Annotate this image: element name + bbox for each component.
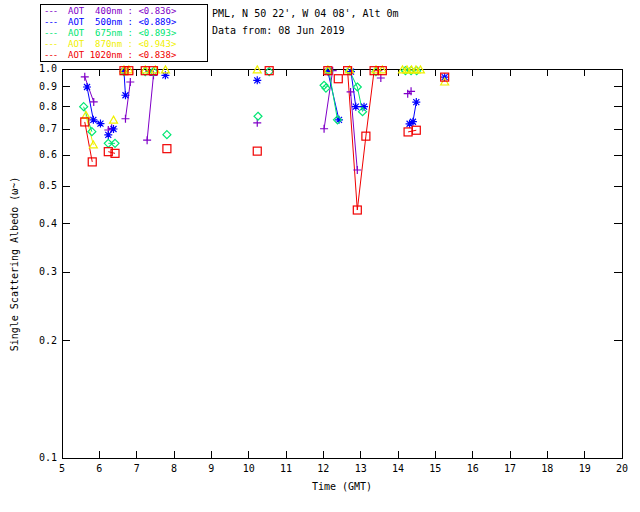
series-400nm bbox=[85, 71, 411, 170]
legend-entry-label: AOT 675nm : <0.893> bbox=[68, 28, 204, 38]
x-axis-title: Time (GMT) bbox=[312, 481, 372, 492]
data-point-marker bbox=[352, 103, 360, 111]
x-tick-label: 16 bbox=[467, 463, 479, 474]
x-tick-label: 20 bbox=[616, 463, 628, 474]
legend-entry-aot-1020: ---AOT 1020nm : <0.838> bbox=[44, 50, 204, 60]
y-tick-label: 0.5 bbox=[39, 180, 57, 191]
data-point-marker bbox=[143, 136, 151, 144]
x-tick-label: 13 bbox=[355, 463, 367, 474]
y-tick-label: 0.6 bbox=[39, 149, 57, 160]
legend-line-icon: --- bbox=[44, 17, 68, 27]
data-point-marker bbox=[81, 73, 89, 81]
data-point-marker bbox=[409, 118, 417, 126]
data-point-marker bbox=[96, 120, 104, 128]
data-point-marker bbox=[163, 145, 171, 153]
data-point-marker bbox=[253, 147, 261, 155]
legend-line-icon: --- bbox=[44, 50, 68, 60]
data-point-marker bbox=[110, 125, 118, 133]
data-point-marker bbox=[163, 131, 171, 139]
data-point-marker bbox=[253, 76, 261, 84]
x-tick-label: 7 bbox=[134, 463, 140, 474]
series-line bbox=[108, 152, 115, 154]
data-point-marker bbox=[334, 75, 342, 83]
legend-entry-aot-400: ---AOT 400nm : <0.836> bbox=[44, 6, 204, 16]
data-point-marker bbox=[83, 83, 91, 91]
x-tick-label: 12 bbox=[317, 463, 329, 474]
legend-entry-aot-870: ---AOT 870nm : <0.943> bbox=[44, 39, 204, 49]
legend-entry-label: AOT 870nm : <0.943> bbox=[68, 39, 204, 49]
legend-entry-aot-675: ---AOT 675nm : <0.893> bbox=[44, 28, 204, 38]
header-location: PML, N 50 22', W 04 08', Alt 0m bbox=[212, 8, 399, 19]
series-line bbox=[329, 71, 338, 120]
legend-line-icon: --- bbox=[44, 39, 68, 49]
y-tick-label: 1.0 bbox=[39, 63, 57, 74]
data-point-marker bbox=[126, 78, 134, 86]
y-tick-label: 0.7 bbox=[39, 123, 57, 134]
y-tick-label: 0.9 bbox=[39, 81, 57, 92]
legend-entry-label: AOT 500nm : <0.889> bbox=[68, 17, 204, 27]
x-tick-label: 18 bbox=[541, 463, 553, 474]
x-tick-label: 9 bbox=[208, 463, 214, 474]
data-point-marker bbox=[89, 116, 97, 124]
series-line bbox=[147, 75, 153, 140]
legend-entry-label: AOT 1020nm : <0.838> bbox=[68, 50, 204, 60]
data-point-marker bbox=[121, 91, 129, 99]
x-tick-label: 15 bbox=[429, 463, 441, 474]
x-tick-label: 6 bbox=[96, 463, 102, 474]
y-tick-label: 0.8 bbox=[39, 101, 57, 112]
y-tick-label: 0.3 bbox=[39, 266, 57, 277]
legend-line-icon: --- bbox=[44, 6, 68, 16]
data-point-marker bbox=[121, 115, 129, 123]
y-tick-label: 0.4 bbox=[39, 218, 57, 229]
data-point-marker bbox=[412, 98, 420, 106]
data-point-marker bbox=[110, 116, 118, 123]
legend-line-icon: --- bbox=[44, 28, 68, 38]
x-tick-label: 8 bbox=[171, 463, 177, 474]
x-tick-label: 11 bbox=[280, 463, 292, 474]
legend-entry-label: AOT 400nm : <0.836> bbox=[68, 6, 204, 16]
ssa-plot-page: 5678910111213141516171819201.00.90.80.70… bbox=[0, 0, 640, 512]
x-tick-label: 14 bbox=[392, 463, 404, 474]
series-line bbox=[324, 71, 333, 129]
x-tick-label: 19 bbox=[579, 463, 591, 474]
legend-box: ---AOT 400nm : <0.836>---AOT 500nm : <0.… bbox=[40, 4, 208, 62]
x-tick-label: 10 bbox=[243, 463, 255, 474]
x-tick-label: 17 bbox=[504, 463, 516, 474]
legend-entry-aot-500: ---AOT 500nm : <0.889> bbox=[44, 17, 204, 27]
x-tick-label: 5 bbox=[59, 463, 65, 474]
y-axis-title: Single Scattering Albedo (ω~) bbox=[9, 177, 20, 352]
y-tick-label: 0.2 bbox=[39, 335, 57, 346]
series-line bbox=[84, 107, 92, 132]
y-tick-label: 0.1 bbox=[39, 452, 57, 463]
data-point-marker bbox=[320, 125, 328, 133]
header-date: Data from: 08 Jun 2019 bbox=[212, 25, 344, 36]
series-line bbox=[125, 82, 130, 119]
ssa-chart: 5678910111213141516171819201.00.90.80.70… bbox=[0, 0, 640, 512]
data-point-marker bbox=[254, 112, 262, 120]
plot-border bbox=[62, 69, 622, 458]
